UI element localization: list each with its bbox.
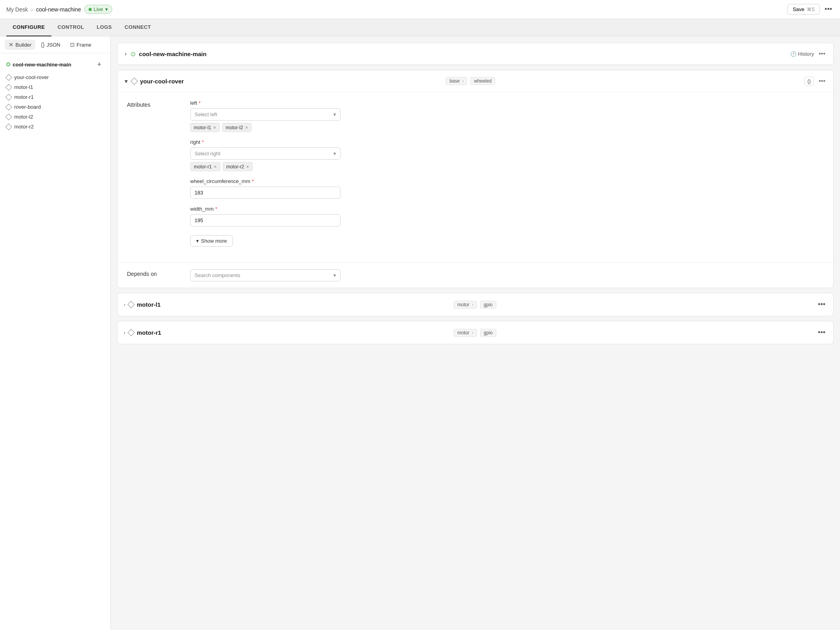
live-chevron: ▾ — [105, 6, 108, 12]
rover-card-json-button[interactable]: {} — [804, 77, 814, 86]
width-label: width_mm * — [190, 206, 824, 212]
left-select[interactable]: Select left ▾ — [190, 108, 341, 121]
sidebar-item-rover-board[interactable]: rover-board — [3, 102, 107, 112]
motor-l1-tag-gpio: gpio — [480, 301, 496, 309]
right-field-label: right * — [190, 139, 824, 145]
motor-l1-expand-button[interactable]: › — [124, 302, 125, 307]
sidebar-item-label: your-cool-rover — [14, 74, 49, 80]
diamond-icon — [6, 113, 12, 120]
sidebar-subbar: ✕ Builder {} JSON ⊡ Frame — [0, 36, 110, 53]
motor-r1-tag-motor: motor — [454, 329, 477, 337]
layout: ✕ Builder {} JSON ⊡ Frame cool-new-machi… — [0, 36, 840, 630]
right-tag-motor-r1-remove[interactable]: × — [214, 164, 217, 170]
left-field-group: left * Select left ▾ motor-l1 × — [190, 100, 824, 132]
rover-card-header: ▾ your-cool-rover base wheeled {} ••• — [117, 70, 833, 92]
right-placeholder: Select right — [195, 151, 220, 157]
show-more-chevron: ▾ — [196, 238, 199, 244]
sidebar-section-title-label: cool-new-machine-main — [13, 62, 71, 68]
nav-tabs: CONFIGURE CONTROL LOGS CONNECT — [0, 19, 840, 36]
left-tags: motor-l1 × motor-l2 × — [190, 123, 824, 132]
width-required: * — [215, 206, 217, 212]
breadcrumb-root[interactable]: My Desk — [6, 6, 28, 13]
depends-on-fields: Search components ▾ — [190, 269, 824, 281]
save-shortcut: ⌘S — [807, 7, 815, 12]
machine-card: › ⊙ cool-new-machine-main 🕐 History ••• — [117, 43, 834, 65]
diamond-icon — [6, 94, 12, 100]
save-label: Save — [793, 6, 804, 12]
left-tag-motor-l1-remove[interactable]: × — [213, 124, 216, 130]
motor-r1-tag-gpio: gpio — [480, 329, 496, 337]
topbar: My Desk › cool-new-machine Live ▾ Save ⌘… — [0, 0, 840, 19]
tab-configure[interactable]: CONFIGURE — [6, 19, 51, 36]
rover-card: ▾ your-cool-rover base wheeled {} ••• At… — [117, 70, 834, 288]
machine-card-header: › ⊙ cool-new-machine-main 🕐 History ••• — [117, 43, 833, 65]
sidebar-item-motor-l1[interactable]: motor-l1 — [3, 82, 107, 92]
right-field-group: right * Select right ▾ motor-r1 × — [190, 139, 824, 171]
left-required: * — [199, 100, 201, 106]
live-label: Live — [94, 6, 103, 12]
motor-r1-more-button[interactable]: ••• — [816, 327, 827, 338]
motor-r1-card-header: › motor-r1 motor gpio ••• — [117, 321, 833, 344]
show-more-label: Show more — [201, 238, 227, 244]
sidebar-item-motor-l2[interactable]: motor-l2 — [3, 112, 107, 122]
sidebar-item-label: rover-board — [14, 104, 41, 110]
diamond-icon — [6, 74, 12, 81]
sidebar-item-motor-r1[interactable]: motor-r1 — [3, 92, 107, 102]
sidebar-section-header: cool-new-machine-main + — [3, 58, 107, 72]
motor-l1-more-button[interactable]: ••• — [816, 299, 827, 310]
search-components-placeholder: Search components — [195, 272, 240, 278]
main-content: › ⊙ cool-new-machine-main 🕐 History ••• … — [111, 36, 840, 630]
add-item-button[interactable]: + — [95, 60, 104, 69]
right-tag-motor-r1: motor-r1 × — [190, 162, 220, 171]
wheel-circ-required: * — [252, 178, 254, 184]
sidebar-item-label: motor-l1 — [14, 84, 33, 90]
width-input[interactable] — [190, 214, 341, 226]
motor-r1-diamond-icon — [127, 329, 134, 336]
sidebar-sub-json-label: JSON — [47, 42, 61, 48]
sidebar-sub-builder[interactable]: ✕ Builder — [5, 40, 35, 50]
right-tag-motor-r2: motor-r2 × — [223, 162, 253, 171]
search-components-dropdown[interactable]: Search components ▾ — [190, 269, 341, 281]
diamond-icon — [6, 84, 12, 91]
rover-card-more-button[interactable]: ••• — [817, 76, 827, 86]
right-tag-motor-r2-remove[interactable]: × — [246, 164, 249, 170]
tab-connect[interactable]: CONNECT — [118, 19, 157, 36]
topbar-more-button[interactable]: ••• — [823, 4, 834, 15]
save-button[interactable]: Save ⌘S — [787, 4, 820, 15]
machine-card-more-button[interactable]: ••• — [817, 49, 827, 59]
sidebar-sub-json[interactable]: {} JSON — [37, 40, 64, 50]
right-required: * — [202, 139, 204, 145]
sidebar: ✕ Builder {} JSON ⊡ Frame cool-new-machi… — [0, 36, 111, 630]
right-select[interactable]: Select right ▾ — [190, 147, 341, 160]
frame-icon: ⊡ — [70, 41, 75, 48]
wheel-circ-input[interactable] — [190, 187, 341, 199]
sidebar-item-your-cool-rover[interactable]: your-cool-rover — [3, 72, 107, 82]
live-badge[interactable]: Live ▾ — [84, 5, 112, 14]
tab-control[interactable]: CONTROL — [51, 19, 91, 36]
left-chevron-icon: ▾ — [333, 111, 336, 117]
sidebar-sub-frame[interactable]: ⊡ Frame — [66, 40, 96, 50]
diamond-icon — [6, 104, 12, 110]
motor-l1-card: › motor-l1 motor gpio ••• — [117, 293, 834, 316]
tab-logs[interactable]: LOGS — [91, 19, 118, 36]
motor-r1-expand-button[interactable]: › — [124, 330, 125, 336]
width-field-group: width_mm * — [190, 206, 824, 226]
rover-tag-wheeled: wheeled — [470, 77, 495, 85]
topbar-right: Save ⌘S ••• — [787, 4, 834, 15]
left-tag-motor-l2-remove[interactable]: × — [245, 124, 248, 130]
sidebar-section: cool-new-machine-main + your-cool-rover … — [0, 53, 110, 136]
sidebar-item-motor-r2[interactable]: motor-r2 — [3, 122, 107, 132]
show-more-button[interactable]: ▾ Show more — [190, 235, 233, 247]
machine-card-title: cool-new-machine-main — [139, 51, 787, 57]
rover-card-expand-button[interactable]: ▾ — [124, 77, 129, 86]
builder-icon: ✕ — [9, 41, 13, 48]
history-icon: 🕐 — [790, 51, 796, 57]
sidebar-sub-builder-label: Builder — [15, 42, 31, 48]
attributes-section: Attributes left * Select left ▾ — [127, 100, 824, 247]
motor-l1-tag-motor: motor — [454, 301, 477, 309]
section-status-dot — [6, 62, 10, 66]
history-button[interactable]: 🕐 History — [790, 51, 814, 57]
sidebar-item-label: motor-r1 — [14, 94, 34, 100]
machine-card-expand-button[interactable]: › — [124, 49, 127, 58]
motor-l1-card-header: › motor-l1 motor gpio ••• — [117, 293, 833, 316]
